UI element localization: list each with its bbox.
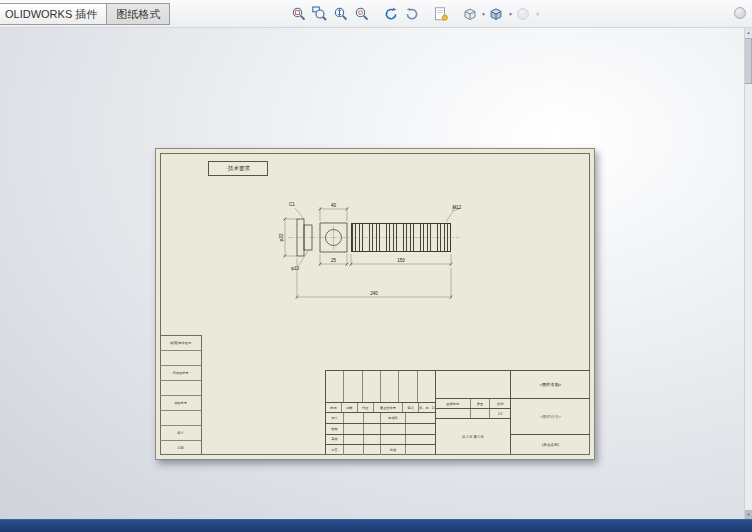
display-style-button[interactable] — [486, 4, 507, 25]
role-cell — [381, 424, 406, 434]
chevron-down-icon: ▼ — [535, 4, 540, 25]
role-cell — [381, 435, 406, 445]
scale-label: 比例 — [490, 399, 510, 408]
rotate-view-button[interactable] — [380, 4, 401, 25]
header-cell: 更改文件号 — [374, 403, 404, 412]
drawing-canvas[interactable]: ·技术要求 — [0, 28, 744, 519]
zoom-in-out-button[interactable] — [330, 4, 351, 25]
signature-cell — [344, 445, 364, 455]
zoom-to-area-icon — [312, 6, 328, 22]
grid-cell — [418, 371, 435, 402]
table-row: 日期 — [160, 441, 201, 455]
scale-value: 1:2 — [490, 409, 510, 418]
role-cell: 校核 — [326, 424, 344, 434]
toolbar-separator — [372, 14, 380, 15]
signature-row: 校核 — [326, 424, 435, 435]
tab-sheet-format[interactable]: 图纸格式 — [107, 3, 170, 25]
drawing-code-cell: <图样代号> — [511, 399, 590, 435]
stage-value — [436, 409, 471, 418]
vertical-scrollbar[interactable]: ▲ ▼ — [744, 28, 752, 519]
help-icon[interactable] — [734, 7, 746, 19]
apply-scene-icon — [515, 6, 531, 22]
arrow-down-icon: ▼ — [747, 512, 751, 517]
company-cell: (单位名称) — [511, 435, 590, 455]
scroll-up-button[interactable]: ▲ — [745, 28, 752, 37]
overall-length-label: 240 — [370, 291, 378, 296]
3d-drawing-view-button[interactable] — [430, 4, 451, 25]
apply-scene-button[interactable] — [513, 4, 534, 25]
scrollbar-thumb[interactable] — [745, 38, 752, 84]
dim-head-length-label: 40 — [331, 203, 337, 208]
grid-cell — [326, 371, 344, 402]
drawing-name-cell: <图样名称> — [511, 371, 590, 399]
date-cell — [364, 435, 381, 445]
date-cell — [364, 413, 381, 423]
border-entry-table: 借(通)用件登记 旧底图总号 底图总号 签字 日期 — [160, 335, 202, 455]
status-bar — [0, 519, 752, 532]
signature-cell — [344, 424, 364, 434]
drawing-sheet: ·技术要求 — [155, 148, 595, 460]
tab-strip: OLIDWORKS 插件 图纸格式 — [0, 3, 170, 25]
view-orientation-icon — [462, 6, 478, 22]
scroll-down-button[interactable]: ▼ — [745, 510, 752, 519]
3d-drawing-view-icon — [433, 6, 449, 22]
header-cell: 签名 — [403, 403, 419, 412]
table-row — [160, 411, 201, 426]
role-cell: 标准化 — [381, 413, 406, 423]
table-row: 签字 — [160, 426, 201, 441]
date-cell — [364, 445, 381, 455]
signature-cell — [406, 435, 435, 445]
magnified-view-icon — [354, 6, 370, 22]
toolbar-separator — [422, 14, 430, 15]
signature-cell — [406, 445, 435, 455]
grid-cell — [363, 371, 381, 402]
flange-diameter-label: φ13 — [291, 266, 299, 271]
roll-view-button[interactable] — [401, 4, 422, 25]
grid-cell — [381, 371, 399, 402]
table-row: 底图总号 — [160, 396, 201, 411]
grid-cell — [436, 371, 510, 399]
tab-solidworks-plugins[interactable]: OLIDWORKS 插件 — [0, 3, 107, 25]
grid-cell — [399, 371, 417, 402]
stage-scale-section: 阶段标记 质量 比例 1:2 共 1 张 第 1 张 — [436, 371, 511, 455]
table-row: 借(通)用件登记 — [160, 336, 201, 351]
stage-value-row: 1:2 — [436, 409, 510, 419]
header-cell: 分区 — [358, 403, 374, 412]
head-diameter-label: φ22 — [279, 233, 284, 241]
view-toolbar: ▼ ▼ ▼ — [288, 3, 540, 25]
title-block: 标记 处数 分区 更改文件号 签名 年、月、日 设计 标准化 — [325, 370, 590, 455]
mass-value — [471, 409, 491, 418]
stage-header-row: 阶段标记 质量 比例 — [436, 399, 510, 409]
zoom-in-out-icon — [333, 6, 349, 22]
rotate-view-icon — [383, 6, 399, 22]
header-cell: 标记 — [326, 403, 342, 412]
mass-label: 质量 — [471, 399, 491, 408]
revision-signature-section: 标记 处数 分区 更改文件号 签名 年、月、日 设计 标准化 — [326, 371, 436, 455]
table-row — [160, 351, 201, 366]
view-orientation-button[interactable] — [459, 4, 480, 25]
signature-row: 工艺 批准 — [326, 445, 435, 455]
magnified-view-button[interactable] — [351, 4, 372, 25]
chamfer-label: C1 — [289, 202, 295, 207]
signature-row: 设计 标准化 — [326, 413, 435, 424]
signature-cell — [344, 435, 364, 445]
header-cell: 年、月、日 — [419, 403, 435, 412]
role-cell: 设计 — [326, 413, 344, 423]
zoom-to-area-button[interactable] — [309, 4, 330, 25]
zoom-to-fit-icon — [291, 6, 307, 22]
date-cell — [364, 424, 381, 434]
table-row: 旧底图总号 — [160, 366, 201, 381]
grid-cell — [344, 371, 362, 402]
neck-length-label: 25 — [331, 258, 337, 263]
zoom-to-fit-button[interactable] — [288, 4, 309, 25]
signature-cell — [344, 413, 364, 423]
name-code-section: <图样名称> <图样代号> (单位名称) — [511, 371, 590, 455]
thread-callout-label: M12 — [453, 205, 462, 210]
roll-view-icon — [404, 6, 420, 22]
header-cell: 处数 — [342, 403, 358, 412]
signature-cell — [406, 424, 435, 434]
revision-header-row: 标记 处数 分区 更改文件号 签名 年、月、日 — [326, 403, 435, 413]
signature-row: 审核 — [326, 435, 435, 446]
role-cell: 批准 — [381, 445, 406, 455]
role-cell: 工艺 — [326, 445, 344, 455]
